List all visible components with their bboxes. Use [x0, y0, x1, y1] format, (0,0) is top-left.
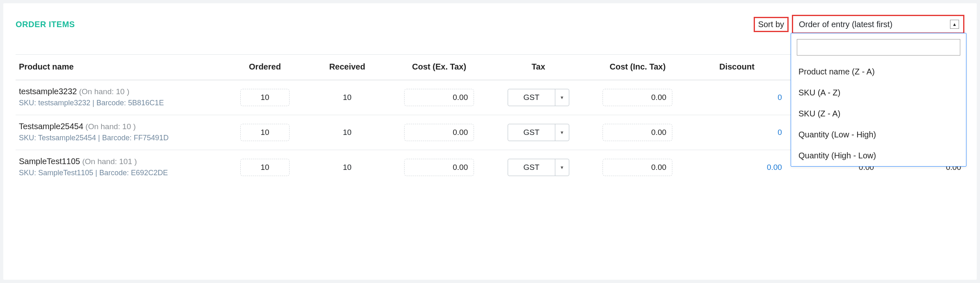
chevron-down-icon[interactable]: ▼: [555, 159, 569, 176]
panel-header: ORDER ITEMS Sort by Order of entry (late…: [16, 15, 964, 34]
on-hand-text: (On hand: 101 ): [82, 157, 137, 166]
sort-by-label: Sort by: [754, 17, 789, 32]
tax-select[interactable]: GST ▼: [508, 124, 569, 141]
tax-select-value: GST: [508, 159, 555, 176]
received-value: 10: [343, 93, 352, 102]
cell-product: testsample3232 (On hand: 10 ) SKU: tests…: [16, 80, 224, 115]
received-value: 10: [343, 163, 352, 172]
sort-dropdown: Product name (Z - A) SKU (A - Z) SKU (Z …: [791, 33, 966, 167]
tax-select-value: GST: [508, 89, 555, 106]
sort-option[interactable]: SKU (Z - A): [791, 103, 964, 124]
chevron-down-icon[interactable]: ▼: [555, 124, 569, 141]
discount-value[interactable]: 0: [778, 93, 782, 102]
sort-selected-display[interactable]: Order of entry (latest first) ▲: [792, 15, 964, 34]
product-name: SampleTest1105: [19, 157, 80, 166]
cost-inc-input[interactable]: [603, 89, 672, 106]
col-received: Received: [306, 55, 388, 80]
section-title: ORDER ITEMS: [16, 20, 75, 29]
cell-product: SampleTest1105 (On hand: 101 ) SKU: Samp…: [16, 150, 224, 185]
ordered-input[interactable]: [240, 124, 290, 141]
sort-option[interactable]: Quantity (High - Low): [791, 145, 964, 166]
cost-inc-input[interactable]: [603, 159, 672, 176]
received-value: 10: [343, 128, 352, 137]
sort-combobox[interactable]: Order of entry (latest first) ▲ Product …: [792, 15, 964, 34]
tax-select-value: GST: [508, 124, 555, 141]
discount-value[interactable]: 0.00: [767, 163, 782, 172]
cost-ex-input[interactable]: [404, 89, 474, 106]
sort-control: Sort by Order of entry (latest first) ▲ …: [754, 15, 964, 34]
order-items-panel: ORDER ITEMS Sort by Order of entry (late…: [3, 3, 977, 280]
caret-up-icon[interactable]: ▲: [950, 20, 959, 29]
col-ordered: Ordered: [224, 55, 306, 80]
sku-barcode-line: SKU: Testsample25454 | Barcode: FF75491D: [19, 133, 221, 143]
tax-select[interactable]: GST ▼: [508, 89, 569, 106]
sku-barcode-line: SKU: testsample3232 | Barcode: 5B816C1E: [19, 98, 221, 108]
sort-option[interactable]: SKU (A - Z): [791, 82, 964, 103]
product-name: testsample3232: [19, 87, 77, 96]
col-product-name: Product name: [16, 55, 224, 80]
sort-selected-text: Order of entry (latest first): [799, 20, 893, 29]
chevron-down-icon[interactable]: ▼: [555, 89, 569, 106]
col-tax: Tax: [490, 55, 587, 80]
sort-option[interactable]: Quantity (Low - High): [791, 124, 964, 145]
sort-search-input[interactable]: [797, 39, 960, 56]
on-hand-text: (On hand: 10 ): [85, 122, 136, 131]
col-discount: Discount: [688, 55, 785, 80]
col-cost-inc: Cost (Inc. Tax): [587, 55, 689, 80]
sort-option[interactable]: Product name (Z - A): [791, 61, 964, 82]
cost-ex-input[interactable]: [404, 159, 474, 176]
cost-ex-input[interactable]: [404, 124, 474, 141]
cell-product: Testsample25454 (On hand: 10 ) SKU: Test…: [16, 115, 224, 150]
product-name: Testsample25454: [19, 122, 83, 131]
ordered-input[interactable]: [240, 89, 290, 106]
ordered-input[interactable]: [240, 159, 290, 176]
on-hand-text: (On hand: 10 ): [79, 87, 129, 96]
sku-barcode-line: SKU: SampleTest1105 | Barcode: E692C2DE: [19, 168, 221, 178]
sort-option-list: Product name (Z - A) SKU (A - Z) SKU (Z …: [791, 61, 966, 166]
cost-inc-input[interactable]: [603, 124, 672, 141]
tax-select[interactable]: GST ▼: [508, 159, 569, 176]
discount-value[interactable]: 0: [778, 128, 782, 137]
col-cost-ex: Cost (Ex. Tax): [388, 55, 490, 80]
